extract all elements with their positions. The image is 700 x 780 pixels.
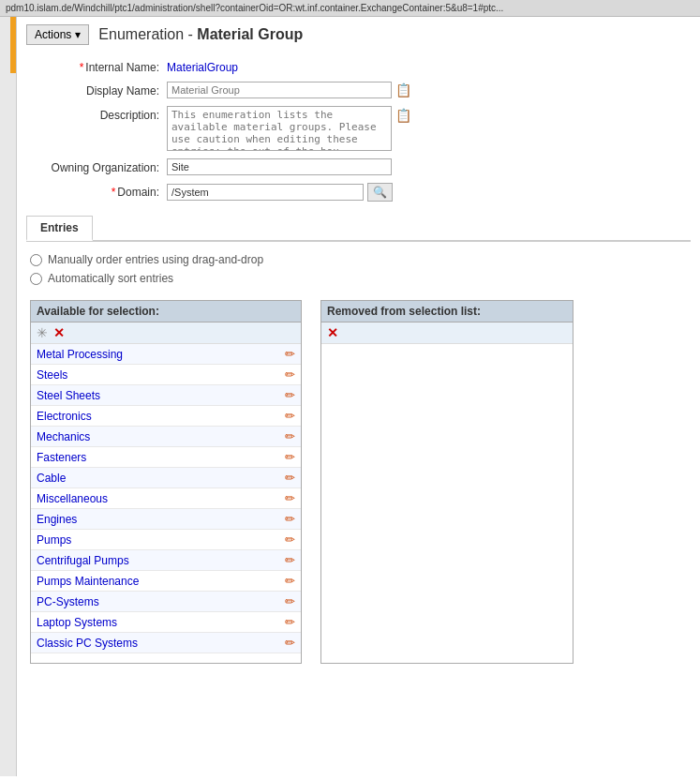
list-item-label: Steel Sheets [37, 389, 285, 402]
description-label: Description: [26, 106, 167, 122]
list-item-label: Pumps Maintenance [37, 575, 285, 588]
list-item[interactable]: Centrifugal Pumps✏ [31, 550, 301, 571]
domain-input[interactable] [167, 184, 364, 201]
remove-entry-icon[interactable]: ✕ [53, 325, 65, 340]
list-item[interactable]: Fasteners✏ [31, 447, 301, 468]
lists-container: Available for selection: ✳ ✕ Metal Proce… [30, 300, 687, 664]
actions-button[interactable]: Actions ▾ [26, 24, 89, 45]
domain-required-star: * [112, 186, 116, 199]
list-item[interactable]: Steels✏ [31, 365, 301, 385]
owning-org-input[interactable] [167, 158, 392, 175]
tabs-section: Entries Manually order entries using dra… [26, 215, 691, 675]
list-item-label: Electronics [37, 410, 285, 423]
edit-icon[interactable]: ✏ [285, 491, 295, 505]
owning-org-row: Owning Organization: [26, 158, 691, 175]
list-item[interactable]: Steel Sheets✏ [31, 385, 301, 406]
list-item[interactable]: Laptop Systems✏ [31, 612, 301, 633]
tab-content-entries: Manually order entries using drag-and-dr… [26, 242, 691, 675]
available-header: Available for selection: [31, 301, 301, 322]
page-title-main: Material Group [197, 26, 303, 42]
domain-row: *Domain: 🔍 [26, 183, 691, 202]
display-name-label: Display Name: [26, 82, 167, 98]
page-title-prefix: Enumeration - [98, 26, 193, 42]
auto-sort-row: Automatically sort entries [30, 272, 687, 285]
removed-list [321, 344, 573, 663]
edit-icon[interactable]: ✏ [285, 429, 295, 443]
list-item-label: Miscellaneous [37, 492, 285, 505]
list-item[interactable]: Engines✏ [31, 509, 301, 530]
manual-order-row: Manually order entries using drag-and-dr… [30, 253, 687, 266]
page-title: Enumeration - Material Group [98, 26, 303, 43]
list-item[interactable]: Miscellaneous✏ [31, 488, 301, 509]
available-toolbar: ✳ ✕ [31, 322, 301, 344]
edit-icon[interactable]: ✏ [285, 368, 295, 382]
edit-icon[interactable]: ✏ [285, 409, 295, 423]
list-item-label: Pumps [37, 533, 285, 547]
owning-org-label: Owning Organization: [26, 158, 167, 174]
edit-icon[interactable]: ✏ [285, 594, 295, 608]
edit-icon[interactable]: ✏ [285, 532, 295, 547]
list-item-label: Centrifugal Pumps [37, 554, 285, 567]
available-list: Metal Processing✏Steels✏Steel Sheets✏Ele… [31, 344, 301, 663]
sidebar-accent [10, 17, 16, 73]
display-name-input[interactable] [167, 82, 392, 98]
list-item-label: Steels [37, 368, 285, 382]
edit-icon[interactable]: ✏ [285, 471, 295, 485]
form-section: *Internal Name: MaterialGroup Display Na… [26, 58, 691, 202]
display-name-icon[interactable]: 📋 [395, 82, 411, 98]
left-sidebar [0, 17, 17, 776]
removed-toolbar: ✕ [321, 322, 573, 344]
edit-icon[interactable]: ✏ [285, 347, 295, 361]
auto-sort-label: Automatically sort entries [48, 272, 173, 285]
list-item[interactable]: Pumps Maintenance✏ [31, 571, 301, 592]
edit-icon[interactable]: ✏ [285, 512, 295, 526]
list-item[interactable]: Metal Processing✏ [31, 344, 301, 365]
list-item-label: Mechanics [37, 430, 285, 443]
removed-panel: Removed from selection list: ✕ [320, 300, 573, 664]
edit-icon[interactable]: ✏ [285, 615, 295, 629]
remove-from-removed-icon[interactable]: ✕ [327, 325, 338, 340]
list-item-label: Classic PC Systems [37, 637, 285, 650]
edit-icon[interactable]: ✏ [285, 574, 295, 588]
manual-order-radio[interactable] [30, 254, 42, 266]
content-area: Actions ▾ Enumeration - Material Group *… [17, 17, 700, 776]
list-item-label: Cable [37, 472, 285, 485]
description-row: Description: 📋 [26, 106, 691, 151]
domain-input-row: 🔍 [167, 183, 393, 202]
edit-icon[interactable]: ✏ [285, 388, 295, 402]
edit-icon[interactable]: ✏ [285, 636, 295, 650]
add-entry-icon[interactable]: ✳ [37, 325, 48, 340]
tab-entries[interactable]: Entries [26, 216, 93, 241]
page-header: Actions ▾ Enumeration - Material Group [26, 24, 691, 45]
list-item-label: Fasteners [37, 451, 285, 464]
browser-bar: pdm10.islam.de/Windchill/ptc1/administra… [0, 0, 700, 17]
required-star: * [80, 61, 84, 74]
list-item[interactable]: Mechanics✏ [31, 427, 301, 447]
actions-label: Actions [35, 28, 71, 41]
list-item-label: PC-Systems [37, 595, 285, 608]
auto-sort-radio[interactable] [30, 273, 42, 285]
description-input[interactable] [167, 106, 392, 151]
manual-order-label: Manually order entries using drag-and-dr… [48, 253, 263, 266]
list-item[interactable]: Classic PC Systems✏ [31, 633, 301, 653]
list-item-label: Metal Processing [37, 348, 285, 361]
removed-header: Removed from selection list: [321, 301, 573, 322]
description-icon[interactable]: 📋 [395, 108, 411, 123]
internal-name-value: MaterialGroup [167, 58, 238, 74]
actions-arrow-icon: ▾ [75, 28, 81, 41]
edit-icon[interactable]: ✏ [285, 553, 295, 567]
list-item[interactable]: Electronics✏ [31, 406, 301, 427]
domain-search-button[interactable]: 🔍 [367, 183, 393, 202]
edit-icon[interactable]: ✏ [285, 450, 295, 464]
available-panel: Available for selection: ✳ ✕ Metal Proce… [30, 300, 302, 664]
list-item-label: Laptop Systems [37, 616, 285, 629]
list-item[interactable]: Cable✏ [31, 468, 301, 488]
internal-name-label: *Internal Name: [26, 58, 167, 74]
display-name-row: Display Name: 📋 [26, 82, 691, 98]
domain-label: *Domain: [26, 183, 167, 199]
internal-name-row: *Internal Name: MaterialGroup [26, 58, 691, 74]
list-item[interactable]: PC-Systems✏ [31, 592, 301, 612]
tab-bar: Entries [26, 215, 691, 242]
list-item[interactable]: Pumps✏ [31, 530, 301, 550]
list-item-label: Engines [37, 513, 285, 526]
